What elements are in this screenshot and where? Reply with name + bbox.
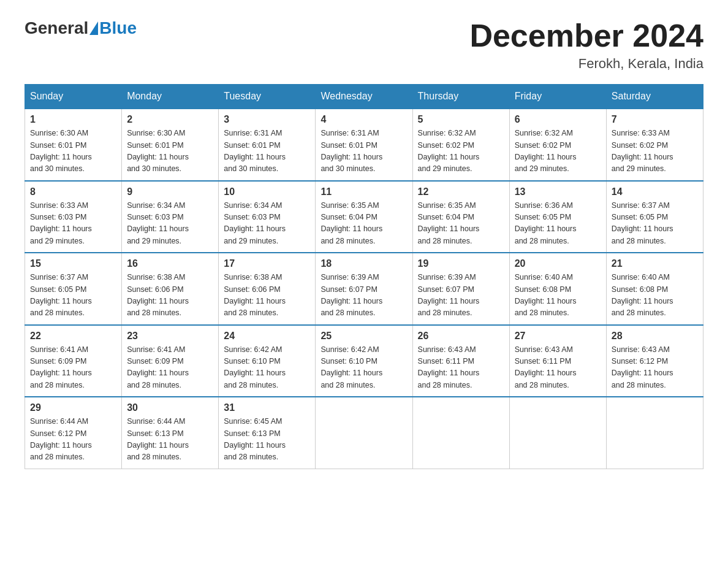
calendar-cell: [316, 397, 412, 469]
calendar-cell: 24Sunrise: 6:42 AMSunset: 6:10 PMDayligh…: [219, 325, 316, 397]
day-info: Sunrise: 6:43 AMSunset: 6:11 PMDaylight:…: [418, 344, 504, 392]
day-info: Sunrise: 6:35 AMSunset: 6:04 PMDaylight:…: [418, 200, 504, 248]
calendar-cell: 7Sunrise: 6:33 AMSunset: 6:02 PMDaylight…: [606, 109, 703, 181]
calendar-cell: 10Sunrise: 6:34 AMSunset: 6:03 PMDayligh…: [219, 181, 316, 253]
day-number: 20: [515, 258, 601, 269]
day-number: 26: [418, 331, 504, 342]
day-number: 23: [127, 331, 213, 342]
day-info: Sunrise: 6:37 AMSunset: 6:05 PMDaylight:…: [612, 200, 698, 248]
month-title: December 2024: [469, 18, 703, 53]
header-wednesday: Wednesday: [316, 85, 412, 109]
day-number: 10: [224, 186, 310, 197]
day-info: Sunrise: 6:40 AMSunset: 6:08 PMDaylight:…: [612, 272, 698, 320]
header-tuesday: Tuesday: [219, 85, 316, 109]
calendar-cell: 15Sunrise: 6:37 AMSunset: 6:05 PMDayligh…: [25, 253, 122, 325]
calendar-header: SundayMondayTuesdayWednesdayThursdayFrid…: [25, 85, 703, 109]
calendar-cell: 29Sunrise: 6:44 AMSunset: 6:12 PMDayligh…: [25, 397, 122, 469]
day-info: Sunrise: 6:33 AMSunset: 6:02 PMDaylight:…: [612, 128, 698, 175]
day-info: Sunrise: 6:33 AMSunset: 6:03 PMDaylight:…: [30, 200, 116, 248]
calendar-cell: [606, 397, 703, 469]
calendar-cell: [509, 397, 606, 469]
week-row-1: 1Sunrise: 6:30 AMSunset: 6:01 PMDaylight…: [25, 109, 703, 181]
day-info: Sunrise: 6:42 AMSunset: 6:10 PMDaylight:…: [224, 344, 310, 392]
day-number: 7: [612, 114, 698, 125]
day-number: 8: [30, 186, 116, 197]
day-number: 22: [30, 331, 116, 342]
day-info: Sunrise: 6:39 AMSunset: 6:07 PMDaylight:…: [320, 272, 407, 320]
day-info: Sunrise: 6:37 AMSunset: 6:05 PMDaylight:…: [30, 272, 116, 320]
calendar-cell: 18Sunrise: 6:39 AMSunset: 6:07 PMDayligh…: [316, 253, 412, 325]
week-row-4: 22Sunrise: 6:41 AMSunset: 6:09 PMDayligh…: [25, 325, 703, 397]
day-number: 16: [127, 258, 213, 269]
day-number: 6: [515, 114, 601, 125]
calendar-cell: 8Sunrise: 6:33 AMSunset: 6:03 PMDaylight…: [25, 181, 122, 253]
day-number: 29: [30, 402, 116, 413]
calendar-cell: 28Sunrise: 6:43 AMSunset: 6:12 PMDayligh…: [606, 325, 703, 397]
day-number: 14: [612, 186, 698, 197]
calendar-cell: 1Sunrise: 6:30 AMSunset: 6:01 PMDaylight…: [25, 109, 122, 181]
calendar-body: 1Sunrise: 6:30 AMSunset: 6:01 PMDaylight…: [25, 109, 703, 469]
day-info: Sunrise: 6:30 AMSunset: 6:01 PMDaylight:…: [30, 128, 116, 175]
header-sunday: Sunday: [25, 85, 122, 109]
calendar-cell: 23Sunrise: 6:41 AMSunset: 6:09 PMDayligh…: [122, 325, 219, 397]
day-number: 24: [224, 331, 310, 342]
day-info: Sunrise: 6:35 AMSunset: 6:04 PMDaylight:…: [320, 200, 407, 248]
day-info: Sunrise: 6:34 AMSunset: 6:03 PMDaylight:…: [127, 200, 213, 248]
header-monday: Monday: [122, 85, 219, 109]
day-info: Sunrise: 6:44 AMSunset: 6:12 PMDaylight:…: [30, 416, 116, 464]
day-number: 1: [30, 114, 116, 125]
calendar-cell: 3Sunrise: 6:31 AMSunset: 6:01 PMDaylight…: [219, 109, 316, 181]
day-info: Sunrise: 6:42 AMSunset: 6:10 PMDaylight:…: [320, 344, 407, 392]
calendar-table: SundayMondayTuesdayWednesdayThursdayFrid…: [25, 84, 703, 469]
calendar-cell: 2Sunrise: 6:30 AMSunset: 6:01 PMDaylight…: [122, 109, 219, 181]
calendar-cell: 9Sunrise: 6:34 AMSunset: 6:03 PMDaylight…: [122, 181, 219, 253]
day-info: Sunrise: 6:31 AMSunset: 6:01 PMDaylight:…: [320, 128, 407, 175]
week-row-2: 8Sunrise: 6:33 AMSunset: 6:03 PMDaylight…: [25, 181, 703, 253]
title-section: December 2024 Ferokh, Kerala, India: [469, 18, 703, 72]
day-number: 19: [418, 258, 504, 269]
logo: General Blue: [25, 18, 137, 38]
day-number: 30: [127, 402, 213, 413]
day-number: 27: [515, 331, 601, 342]
day-info: Sunrise: 6:43 AMSunset: 6:11 PMDaylight:…: [515, 344, 601, 392]
day-info: Sunrise: 6:36 AMSunset: 6:05 PMDaylight:…: [515, 200, 601, 248]
calendar-cell: 12Sunrise: 6:35 AMSunset: 6:04 PMDayligh…: [412, 181, 509, 253]
calendar-cell: [412, 397, 509, 469]
calendar-cell: 25Sunrise: 6:42 AMSunset: 6:10 PMDayligh…: [316, 325, 412, 397]
header-thursday: Thursday: [412, 85, 509, 109]
day-info: Sunrise: 6:41 AMSunset: 6:09 PMDaylight:…: [127, 344, 213, 392]
week-row-5: 29Sunrise: 6:44 AMSunset: 6:12 PMDayligh…: [25, 397, 703, 469]
calendar-cell: 13Sunrise: 6:36 AMSunset: 6:05 PMDayligh…: [509, 181, 606, 253]
day-info: Sunrise: 6:32 AMSunset: 6:02 PMDaylight:…: [515, 128, 601, 175]
calendar-cell: 4Sunrise: 6:31 AMSunset: 6:01 PMDaylight…: [316, 109, 412, 181]
day-info: Sunrise: 6:40 AMSunset: 6:08 PMDaylight:…: [515, 272, 601, 320]
calendar-cell: 26Sunrise: 6:43 AMSunset: 6:11 PMDayligh…: [412, 325, 509, 397]
calendar-cell: 11Sunrise: 6:35 AMSunset: 6:04 PMDayligh…: [316, 181, 412, 253]
calendar-cell: 20Sunrise: 6:40 AMSunset: 6:08 PMDayligh…: [509, 253, 606, 325]
calendar-cell: 27Sunrise: 6:43 AMSunset: 6:11 PMDayligh…: [509, 325, 606, 397]
day-info: Sunrise: 6:45 AMSunset: 6:13 PMDaylight:…: [224, 416, 310, 464]
day-info: Sunrise: 6:30 AMSunset: 6:01 PMDaylight:…: [127, 128, 213, 175]
day-info: Sunrise: 6:38 AMSunset: 6:06 PMDaylight:…: [224, 272, 310, 320]
day-number: 13: [515, 186, 601, 197]
day-info: Sunrise: 6:34 AMSunset: 6:03 PMDaylight:…: [224, 200, 310, 248]
day-number: 31: [224, 402, 310, 413]
day-number: 17: [224, 258, 310, 269]
day-info: Sunrise: 6:31 AMSunset: 6:01 PMDaylight:…: [224, 128, 310, 175]
day-number: 18: [320, 258, 407, 269]
day-info: Sunrise: 6:43 AMSunset: 6:12 PMDaylight:…: [612, 344, 698, 392]
day-number: 9: [127, 186, 213, 197]
header-friday: Friday: [509, 85, 606, 109]
day-number: 25: [320, 331, 407, 342]
location-subtitle: Ferokh, Kerala, India: [469, 56, 703, 72]
calendar-cell: 19Sunrise: 6:39 AMSunset: 6:07 PMDayligh…: [412, 253, 509, 325]
day-info: Sunrise: 6:41 AMSunset: 6:09 PMDaylight:…: [30, 344, 116, 392]
calendar-cell: 21Sunrise: 6:40 AMSunset: 6:08 PMDayligh…: [606, 253, 703, 325]
calendar-cell: 5Sunrise: 6:32 AMSunset: 6:02 PMDaylight…: [412, 109, 509, 181]
page-header: General Blue December 2024 Ferokh, Keral…: [25, 18, 703, 72]
calendar-cell: 17Sunrise: 6:38 AMSunset: 6:06 PMDayligh…: [219, 253, 316, 325]
header-saturday: Saturday: [606, 85, 703, 109]
logo-blue-text: Blue: [99, 18, 137, 38]
day-number: 21: [612, 258, 698, 269]
day-number: 11: [320, 186, 407, 197]
